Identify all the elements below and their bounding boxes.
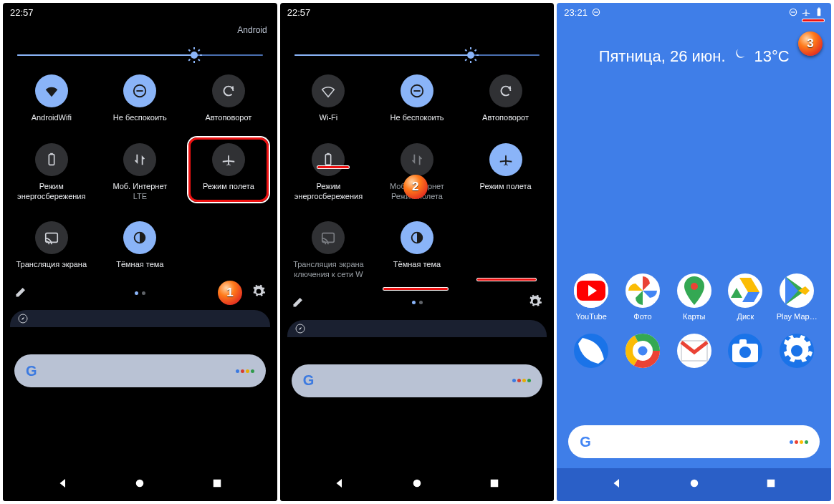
settings-button[interactable] [251, 284, 266, 301]
settings-button[interactable] [528, 294, 542, 311]
page-dots [135, 291, 145, 295]
nav-bar [3, 468, 277, 501]
assistant-icon[interactable] [236, 369, 254, 373]
underline-wifi [317, 166, 349, 168]
home-date-text: Пятница, 26 июн. [599, 47, 726, 66]
page-dots [412, 301, 423, 304]
svg-rect-38 [739, 339, 747, 345]
tile-cast[interactable]: Трансляция экранаключения к сети W [284, 221, 373, 280]
nav-bar [280, 468, 555, 501]
svg-point-37 [739, 346, 751, 358]
search-bar[interactable]: G [14, 354, 266, 387]
search-bar[interactable]: G [292, 364, 543, 397]
dark-icon [409, 230, 425, 246]
rotate-icon [221, 83, 236, 99]
app-chrome[interactable] [617, 334, 668, 372]
home-temperature: 13°C [754, 47, 790, 66]
wifi-icon [320, 83, 336, 99]
nav-home[interactable] [688, 477, 701, 493]
app-maps[interactable]: Карты [668, 273, 720, 321]
tile-autorotate[interactable]: Автоповорот [184, 74, 273, 123]
edit-button[interactable] [14, 284, 29, 301]
rotate-icon [498, 83, 514, 99]
status-time: 23:21 [564, 7, 588, 18]
underline-mobile [383, 288, 448, 290]
tile-mobile-data[interactable]: Моб. ИнтернетLTE [96, 143, 185, 202]
dnd-icon [132, 83, 148, 99]
home-header: Пятница, 26 июн. 13°C [557, 21, 831, 66]
svg-rect-24 [818, 9, 821, 16]
nav-recent[interactable] [764, 477, 777, 493]
nav-recent[interactable] [211, 477, 224, 493]
nav-back[interactable] [333, 477, 346, 493]
notification-shelf[interactable] [10, 310, 270, 327]
app-camera[interactable] [720, 334, 772, 372]
assistant-icon[interactable] [790, 440, 808, 444]
app-phone[interactable] [565, 334, 617, 372]
data-icon [132, 152, 148, 168]
tile-dark-theme[interactable]: Тёмная тема [373, 221, 461, 280]
airplane-icon [221, 152, 236, 168]
gear-icon [528, 294, 542, 309]
svg-rect-25 [818, 8, 820, 9]
google-logo: G [303, 372, 315, 389]
battery-icon [320, 152, 336, 168]
status-time: 22:57 [287, 7, 311, 18]
tile-wifi[interactable]: Wi-Fi [284, 74, 373, 123]
compass-icon [17, 313, 29, 324]
annotation-pin-1: 1 [218, 281, 242, 305]
tile-battery-saver[interactable]: Режим энергосбережения [7, 143, 96, 202]
app-gmail[interactable] [668, 334, 720, 372]
app-grid: YouTube Фото Карты Диск Play Мар… [557, 273, 831, 372]
status-carrier: Android [3, 21, 277, 39]
quick-settings-grid: AndroidWifi Не беспокоить Автоповорот Ре… [3, 63, 277, 278]
dnd-icon [409, 83, 425, 99]
nav-home[interactable] [411, 477, 423, 493]
tile-airplane[interactable]: Режим полета [461, 143, 550, 202]
app-play[interactable]: Play Мар… [771, 273, 823, 321]
tile-battery-saver[interactable]: Режим энергосбережения [284, 143, 373, 202]
tile-dnd[interactable]: Не беспокоить [373, 74, 461, 123]
airplane-icon [498, 152, 514, 168]
assistant-icon[interactable] [512, 379, 531, 382]
phone-panel-middle: 22:57 Wi-Fi Не беспокоить Автоповорот Ре… [280, 3, 555, 501]
nav-home[interactable] [133, 477, 146, 493]
svg-rect-40 [767, 480, 775, 488]
edit-icon [14, 284, 29, 299]
underline-status [802, 19, 824, 21]
svg-rect-19 [490, 480, 498, 488]
svg-rect-9 [214, 480, 221, 488]
nav-back[interactable] [57, 477, 70, 493]
tile-wifi[interactable]: AndroidWifi [7, 74, 96, 123]
svg-point-0 [191, 52, 198, 59]
search-bar[interactable]: G [568, 425, 820, 458]
svg-rect-2 [137, 90, 143, 92]
data-icon [409, 152, 425, 168]
app-settings[interactable] [771, 334, 823, 372]
app-photos[interactable]: Фото [617, 273, 668, 321]
dnd-status-icon [591, 7, 601, 17]
brightness-slider[interactable] [280, 39, 555, 63]
edit-icon [292, 294, 306, 309]
svg-rect-21 [594, 11, 598, 12]
notification-shelf[interactable] [287, 320, 547, 337]
tile-dnd[interactable]: Не беспокоить [96, 74, 185, 123]
svg-point-28 [691, 283, 698, 290]
svg-rect-4 [50, 153, 53, 155]
svg-point-10 [467, 52, 474, 59]
edit-button[interactable] [292, 294, 306, 311]
phone-panel-right: 23:21 Пятница, 26 июн. 13°C YouTube Фото… [557, 3, 831, 501]
tile-dark-theme[interactable]: Тёмная тема [96, 221, 185, 270]
brightness-slider[interactable] [3, 39, 277, 63]
tile-airplane[interactable]: Режим полета [184, 143, 273, 202]
tile-cast[interactable]: Трансляция экрана [7, 221, 96, 270]
nav-back[interactable] [610, 477, 623, 493]
app-drive[interactable]: Диск [720, 273, 772, 321]
nav-bar [557, 468, 831, 501]
wifi-icon [44, 83, 59, 99]
tile-autorotate[interactable]: Автоповорот [461, 74, 550, 123]
app-youtube[interactable]: YouTube [565, 273, 617, 321]
nav-recent[interactable] [488, 477, 501, 493]
dark-icon [132, 230, 148, 246]
moon-icon [733, 47, 747, 66]
